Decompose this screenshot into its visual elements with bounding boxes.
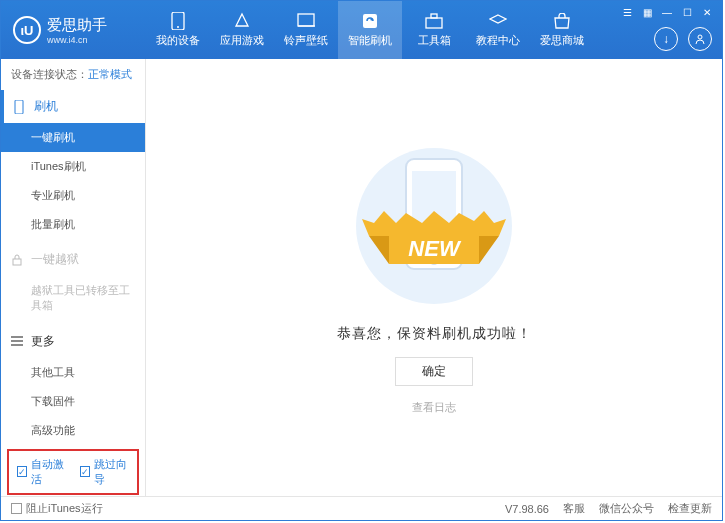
nav-tab-toolbox[interactable]: 工具箱 (402, 1, 466, 59)
svg-rect-3 (363, 14, 377, 28)
more-icon (11, 336, 25, 346)
sidebar-section-jailbreak: 一键越狱 (1, 243, 145, 276)
phone-icon (168, 12, 188, 30)
ok-button[interactable]: 确定 (395, 357, 473, 386)
checkbox-icon (11, 503, 22, 514)
phone-icon (14, 100, 28, 114)
app-window: ιU 爱思助手 www.i4.cn 我的设备 应用游戏 铃声壁纸 智能刷机 (0, 0, 723, 521)
minimize-icon[interactable]: — (658, 5, 676, 19)
sidebar-item-download-fw[interactable]: 下载固件 (1, 387, 145, 416)
phone-illustration: NEW (334, 141, 534, 311)
sidebar-item-oneclick-flash[interactable]: 一键刷机 (1, 123, 145, 152)
maximize-icon[interactable]: ☐ (678, 5, 696, 19)
service-link[interactable]: 客服 (563, 501, 585, 516)
checkbox-icon: ✓ (80, 466, 90, 477)
lock-icon (11, 254, 25, 266)
svg-rect-8 (13, 259, 21, 265)
nav-tabs: 我的设备 应用游戏 铃声壁纸 智能刷机 工具箱 教程中心 (146, 1, 594, 59)
new-badge-text: NEW (408, 236, 462, 261)
sidebar-section-more[interactable]: 更多 (1, 325, 145, 358)
title-bar: ιU 爱思助手 www.i4.cn 我的设备 应用游戏 铃声壁纸 智能刷机 (1, 1, 722, 59)
sidebar-item-other-tools[interactable]: 其他工具 (1, 358, 145, 387)
sidebar-item-pro-flash[interactable]: 专业刷机 (1, 181, 145, 210)
options-highlight-box: ✓ 自动激活 ✓ 跳过向导 (7, 449, 139, 495)
menu-icon[interactable]: ☰ (618, 5, 636, 19)
sidebar: 设备连接状态：正常模式 刷机 一键刷机 iTunes刷机 专业刷机 批量刷机 一… (1, 59, 146, 496)
skin-icon[interactable]: ▦ (638, 5, 656, 19)
apps-icon (232, 12, 252, 30)
update-link[interactable]: 检查更新 (668, 501, 712, 516)
view-log-link[interactable]: 查看日志 (412, 400, 456, 415)
svg-rect-2 (298, 14, 314, 26)
window-controls: ☰ ▦ — ☐ ✕ (618, 5, 716, 19)
wallpaper-icon (296, 12, 316, 30)
sidebar-item-jailbreak-note: 越狱工具已转移至工具箱 (1, 276, 145, 321)
brand-name: 爱思助手 (47, 16, 107, 35)
success-panel: NEW 恭喜您，保资料刷机成功啦！ 确定 查看日志 (146, 59, 722, 496)
svg-rect-5 (431, 14, 437, 18)
checkbox-skip-wizard[interactable]: ✓ 跳过向导 (80, 457, 129, 487)
device-status-value: 正常模式 (88, 68, 132, 80)
sidebar-item-itunes-flash[interactable]: iTunes刷机 (1, 152, 145, 181)
nav-tab-apps[interactable]: 应用游戏 (210, 1, 274, 59)
footer-left: 阻止iTunes运行 (11, 501, 103, 516)
sidebar-bottom: ✓ 自动激活 ✓ 跳过向导 iPhone 12 mini 64GB Down-1… (1, 445, 145, 496)
nav-tab-ringtone[interactable]: 铃声壁纸 (274, 1, 338, 59)
footer: 阻止iTunes运行 V7.98.66 客服 微信公众号 检查更新 (1, 496, 722, 520)
logo-area: ιU 爱思助手 www.i4.cn (1, 16, 146, 45)
nav-tab-flash[interactable]: 智能刷机 (338, 1, 402, 59)
logo-icon: ιU (13, 16, 41, 44)
header-right: ↓ (654, 27, 712, 51)
sidebar-item-advanced[interactable]: 高级功能 (1, 416, 145, 445)
footer-right: V7.98.66 客服 微信公众号 检查更新 (505, 501, 712, 516)
tutorial-icon (488, 12, 508, 30)
svg-rect-7 (15, 100, 23, 114)
version-text: V7.98.66 (505, 503, 549, 515)
wechat-link[interactable]: 微信公众号 (599, 501, 654, 516)
success-message: 恭喜您，保资料刷机成功啦！ (337, 325, 532, 343)
svg-point-1 (177, 26, 179, 28)
body: 设备连接状态：正常模式 刷机 一键刷机 iTunes刷机 专业刷机 批量刷机 一… (1, 59, 722, 496)
user-button[interactable] (688, 27, 712, 51)
brand-text: 爱思助手 www.i4.cn (47, 16, 107, 45)
flash-icon (360, 12, 380, 30)
toolbox-icon (424, 12, 444, 30)
nav-tab-store[interactable]: 爱思商城 (530, 1, 594, 59)
sidebar-item-batch-flash[interactable]: 批量刷机 (1, 210, 145, 239)
sidebar-section-flash[interactable]: 刷机 (1, 90, 145, 123)
store-icon (552, 12, 572, 30)
nav-tab-tutorial[interactable]: 教程中心 (466, 1, 530, 59)
checkbox-auto-activate[interactable]: ✓ 自动激活 (17, 457, 66, 487)
checkbox-icon: ✓ (17, 466, 27, 477)
close-icon[interactable]: ✕ (698, 5, 716, 19)
svg-point-6 (698, 35, 702, 39)
nav-tab-device[interactable]: 我的设备 (146, 1, 210, 59)
checkbox-block-itunes[interactable]: 阻止iTunes运行 (11, 501, 103, 516)
brand-url: www.i4.cn (47, 35, 107, 45)
svg-rect-4 (426, 18, 442, 28)
device-status: 设备连接状态：正常模式 (1, 59, 145, 90)
download-button[interactable]: ↓ (654, 27, 678, 51)
main-content: NEW 恭喜您，保资料刷机成功啦！ 确定 查看日志 (146, 59, 722, 496)
